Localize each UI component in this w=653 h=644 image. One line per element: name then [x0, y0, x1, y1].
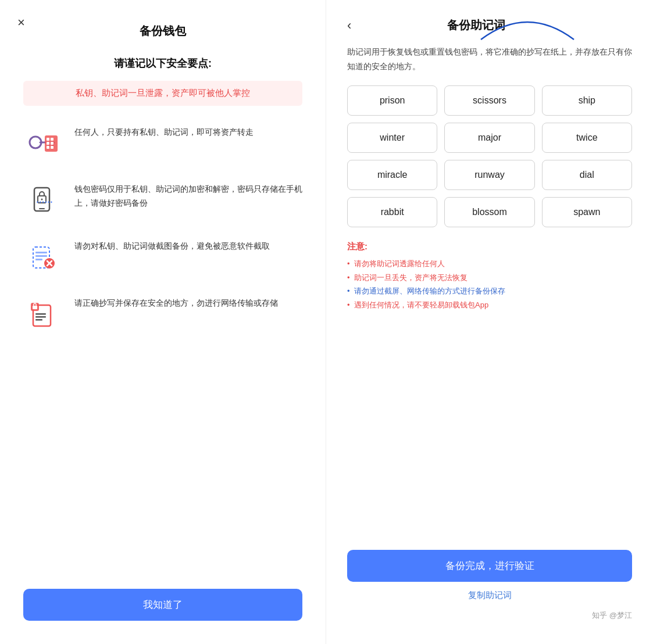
svg-rect-7 — [47, 142, 49, 145]
mnemonic-cell-5: major — [444, 123, 534, 153]
security-item-3: 请勿对私钥、助记词做截图备份，避免被恶意软件截取 — [23, 237, 302, 278]
svg-rect-17 — [35, 252, 47, 253]
mnemonic-cell-1: prison — [347, 85, 437, 116]
mnemonic-cell-11: blossom — [444, 197, 534, 227]
save-icon — [23, 294, 64, 335]
svg-text:••••••: •••••• — [36, 200, 53, 205]
security-item-text-4: 请正确抄写并保存在安全的地方，勿进行网络传输或存储 — [74, 294, 278, 310]
right-header: ‹ 备份助记词 — [347, 17, 632, 33]
note-item-3: 请勿通过截屏、网络传输的方式进行备份保存 — [347, 284, 632, 298]
security-item-4: 请正确抄写并保存在安全的地方，勿进行网络传输或存储 — [23, 294, 302, 335]
svg-rect-26 — [35, 313, 46, 315]
security-item-1: 任何人，只要持有私钥、助记词，即可将资产转走 — [23, 123, 302, 164]
mnemonic-cell-10: rabbit — [347, 197, 437, 227]
svg-rect-25 — [33, 306, 37, 309]
mnemonic-description: 助记词用于恢复钱包或重置钱包密码，将它准确的抄写在纸上，并存放在只有你知道的安全… — [347, 45, 632, 74]
note-item-1: 请勿将助记词透露给任何人 — [347, 257, 632, 270]
note-item-4: 遇到任何情况，请不要轻易卸载钱包App — [347, 298, 632, 312]
screenshot-icon — [23, 237, 64, 278]
mnemonic-cell-9: dial — [542, 160, 632, 190]
svg-rect-10 — [51, 146, 53, 149]
svg-rect-27 — [35, 316, 46, 318]
svg-rect-5 — [47, 138, 49, 141]
title-circle-decoration — [475, 10, 580, 42]
phone-lock-icon: •••••• — [23, 180, 64, 221]
acknowledge-button[interactable]: 我知道了 — [23, 589, 302, 621]
mnemonic-cell-8: runway — [444, 160, 534, 190]
svg-rect-6 — [51, 138, 53, 141]
security-item-text-1: 任何人，只要持有私钥、助记词，即可将资产转走 — [74, 123, 254, 139]
right-panel: ‹ 备份助记词 助记词用于恢复钱包或重置钱包密码，将它准确的抄写在纸上，并存放在… — [326, 0, 653, 644]
left-panel: × 备份钱包 请谨记以下安全要点: 私钥、助记词一旦泄露，资产即可被他人掌控 — [0, 0, 326, 644]
warning-banner: 私钥、助记词一旦泄露，资产即可被他人掌控 — [23, 81, 302, 106]
mnemonic-cell-3: ship — [542, 85, 632, 116]
mnemonic-cell-7: miracle — [347, 160, 437, 190]
keys-icon — [23, 123, 64, 164]
svg-rect-19 — [35, 259, 42, 260]
security-heading: 请谨记以下安全要点: — [23, 56, 302, 70]
security-item-text-3: 请勿对私钥、助记词做截图备份，避免被恶意软件截取 — [74, 237, 270, 253]
mnemonic-cell-12: spawn — [542, 197, 632, 227]
back-button[interactable]: ‹ — [347, 18, 351, 33]
mnemonic-cell-2: scissors — [444, 85, 534, 116]
mnemonic-grid: prisonscissorsshipwintermajortwicemiracl… — [347, 85, 632, 227]
mnemonic-cell-6: twice — [542, 123, 632, 153]
copy-mnemonic-link[interactable]: 复制助记词 — [347, 590, 632, 601]
watermark: 知乎 @梦江 — [347, 610, 632, 621]
close-button[interactable]: × — [17, 16, 25, 29]
svg-rect-18 — [35, 255, 47, 257]
security-items-list: 任何人，只要持有私钥、助记词，即可将资产转走 •••••• 钱包密码仅用于私钥、… — [23, 123, 302, 566]
notes-section: 注意: 请勿将助记词透露给任何人助记词一旦丢失，资产将无法恢复请勿通过截屏、网络… — [347, 241, 632, 312]
svg-rect-28 — [35, 319, 42, 321]
notes-list: 请勿将助记词透露给任何人助记词一旦丢失，资产将无法恢复请勿通过截屏、网络传输的方… — [347, 257, 632, 312]
left-title: 备份钱包 — [23, 23, 302, 39]
mnemonic-cell-4: winter — [347, 123, 437, 153]
verify-button[interactable]: 备份完成，进行验证 — [347, 550, 632, 582]
svg-rect-9 — [47, 146, 49, 149]
security-item-text-2: 钱包密码仅用于私钥、助记词的加密和解密，密码只存储在手机上，请做好密码备份 — [74, 180, 302, 210]
security-item-2: •••••• 钱包密码仅用于私钥、助记词的加密和解密，密码只存储在手机上，请做好… — [23, 180, 302, 221]
notes-title: 注意: — [347, 241, 632, 252]
svg-rect-8 — [51, 142, 53, 145]
note-item-2: 助记词一旦丢失，资产将无法恢复 — [347, 271, 632, 284]
